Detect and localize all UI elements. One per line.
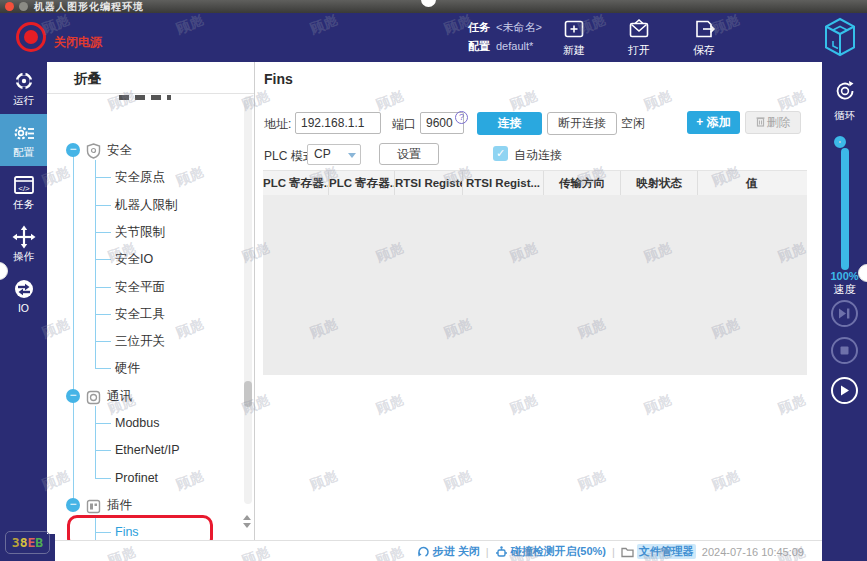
step-button[interactable] xyxy=(831,300,858,327)
nav-item-run[interactable]: 运行 xyxy=(0,62,47,114)
play-button[interactable] xyxy=(831,377,858,404)
tree-item-fins[interactable]: Fins xyxy=(47,519,237,540)
tree-item-partial[interactable] xyxy=(119,95,171,100)
os-titlebar: 机器人图形化编程环境 xyxy=(0,0,867,13)
tree-item-2[interactable]: 机器人限制 xyxy=(47,192,237,218)
tree-item-5[interactable]: 安全平面 xyxy=(47,274,237,300)
tree-item-label: 三位开关 xyxy=(115,328,165,354)
nav-item-operate[interactable]: 操作 xyxy=(0,218,47,270)
address-input[interactable] xyxy=(295,112,381,134)
tree-item-10[interactable]: Modbus xyxy=(47,410,237,436)
chevron-down-icon xyxy=(348,153,356,158)
file-manager-icon xyxy=(621,546,634,558)
port-label: 端口 xyxy=(392,116,416,133)
table-column-header: 传输方向 xyxy=(544,171,621,195)
connect-button[interactable]: 连接 xyxy=(477,112,542,135)
power-label[interactable]: 关闭电源 xyxy=(54,34,102,51)
app-header: 关闭电源 任务<未命名> 配置default* 新建 打开 xyxy=(0,13,867,62)
window-minimize-button[interactable] xyxy=(19,2,28,11)
task-value: <未命名> xyxy=(496,21,542,33)
config-label: 配置 xyxy=(468,40,490,52)
brand-logo-icon xyxy=(821,16,859,62)
tree-item-13[interactable]: −插件 xyxy=(47,492,237,518)
nav-label-io2: IO xyxy=(0,302,47,314)
badge-char: 8 xyxy=(20,535,28,550)
collapse-button[interactable]: 折叠 xyxy=(74,70,101,88)
tree-item-3[interactable]: 关节限制 xyxy=(47,219,237,245)
stop-icon xyxy=(837,343,852,358)
table-column-header: RTSI Register xyxy=(395,171,463,195)
window-close-button[interactable] xyxy=(5,2,14,11)
task-config-block: 任务<未命名> 配置default* xyxy=(468,18,542,56)
application-window: 机器人图形化编程环境 关闭电源 任务<未命名> 配置default* 新建 xyxy=(0,0,867,561)
table-column-header: RTSI Regist... xyxy=(463,171,544,195)
tree-item-9[interactable]: −通讯 xyxy=(47,383,237,409)
tree-item-7[interactable]: 三位开关 xyxy=(47,328,237,354)
camera-notch xyxy=(421,0,436,7)
tree-body: −安全安全原点机器人限制关节限制安全IO安全平面安全工具三位开关硬件−通讯Mod… xyxy=(47,94,254,540)
table-column-header: PLC 寄存器... xyxy=(329,171,395,195)
fins-config-panel: Fins 地址: 端口 ? 连接 断开连接 空闲 + 添加 删除 PLC 模式:… xyxy=(255,62,822,540)
config-tree-panel: 折叠 −安全安全原点机器人限制关节限制安全IO安全平面安全工具三位开关硬件−通讯… xyxy=(47,62,255,540)
delete-button[interactable]: 删除 xyxy=(745,111,801,134)
collapse-toggle-icon[interactable]: − xyxy=(66,389,80,403)
info-icon[interactable]: ? xyxy=(455,111,468,124)
tree-scrollbar-thumb[interactable] xyxy=(244,381,252,407)
table-column-header: 值 xyxy=(698,171,805,195)
tree-item-0[interactable]: −安全 xyxy=(47,137,237,163)
speed-slider-knob[interactable] xyxy=(834,136,846,148)
config-icon xyxy=(12,121,36,145)
tree-item-1[interactable]: 安全原点 xyxy=(47,164,237,190)
tree-item-6[interactable]: 安全工具 xyxy=(47,301,237,327)
save-button[interactable]: 保存 xyxy=(676,17,732,58)
nav-label-task: 任务 xyxy=(0,198,47,212)
power-icon xyxy=(24,30,38,44)
tree-item-11[interactable]: EtherNet/IP xyxy=(47,437,237,463)
tree-group-label: 通讯 xyxy=(107,383,132,409)
tree-item-8[interactable]: 硬件 xyxy=(47,355,237,381)
scroll-down-icon[interactable] xyxy=(243,523,251,528)
separator: | xyxy=(486,546,489,558)
tree-item-label: 安全IO xyxy=(115,246,153,272)
tree-item-label: 关节限制 xyxy=(115,219,165,245)
tree-item-12[interactable]: Profinet xyxy=(47,465,237,491)
settings-button[interactable]: 设置 xyxy=(379,143,439,165)
new-file-icon xyxy=(562,17,586,41)
task-label: 任务 xyxy=(468,21,490,33)
status-bar: 步进 关闭 | 碰撞检测开启(50%) | 文件管理器 2 xyxy=(47,540,822,561)
loop-button[interactable]: 循环 xyxy=(822,78,867,123)
badge-char: B xyxy=(35,535,43,550)
auto-connect-checkbox[interactable]: ✓ xyxy=(493,146,508,161)
scroll-up-icon[interactable] xyxy=(243,515,251,520)
plc-mode-select[interactable]: CP xyxy=(307,144,361,165)
tree-item-label: 安全工具 xyxy=(115,301,165,327)
collision-status[interactable]: 碰撞检测开启(50%) xyxy=(495,544,606,559)
nav-item-io[interactable]: IO xyxy=(0,270,47,320)
disconnect-button[interactable]: 断开连接 xyxy=(547,112,617,135)
mapping-table: PLC 寄存器...PLC 寄存器...RTSI RegisterRTSI Re… xyxy=(263,170,807,375)
io-cycle-icon xyxy=(12,277,36,301)
table-body-empty xyxy=(263,195,807,375)
tree-scroll-arrows[interactable] xyxy=(242,512,252,538)
task-code-icon: </> xyxy=(12,173,36,197)
collapse-toggle-icon[interactable]: − xyxy=(66,143,80,157)
open-button[interactable]: 打开 xyxy=(611,17,667,58)
collapse-toggle-icon[interactable]: − xyxy=(66,498,80,512)
plc-mode-value: CP xyxy=(314,147,331,161)
new-button[interactable]: 新建 xyxy=(546,17,602,58)
nav-item-task[interactable]: </> 任务 xyxy=(0,166,47,218)
table-column-header: 映射状态 xyxy=(621,171,698,195)
play-icon xyxy=(837,383,852,398)
power-button[interactable] xyxy=(16,22,46,52)
add-button[interactable]: + 添加 xyxy=(687,111,740,134)
right-control-sidebar: 循环 100% 速度 xyxy=(822,62,867,561)
tree-scrollbar[interactable] xyxy=(244,96,252,504)
run-icon xyxy=(12,69,36,93)
config-value: default* xyxy=(496,40,533,52)
speed-slider-track[interactable] xyxy=(841,148,849,270)
tree-item-4[interactable]: 安全IO xyxy=(47,246,237,272)
stop-button[interactable] xyxy=(831,337,858,364)
step-status[interactable]: 步进 关闭 xyxy=(417,544,480,559)
file-manager-button[interactable]: 文件管理器 xyxy=(621,544,696,559)
nav-item-config[interactable]: 配置 xyxy=(0,114,47,166)
